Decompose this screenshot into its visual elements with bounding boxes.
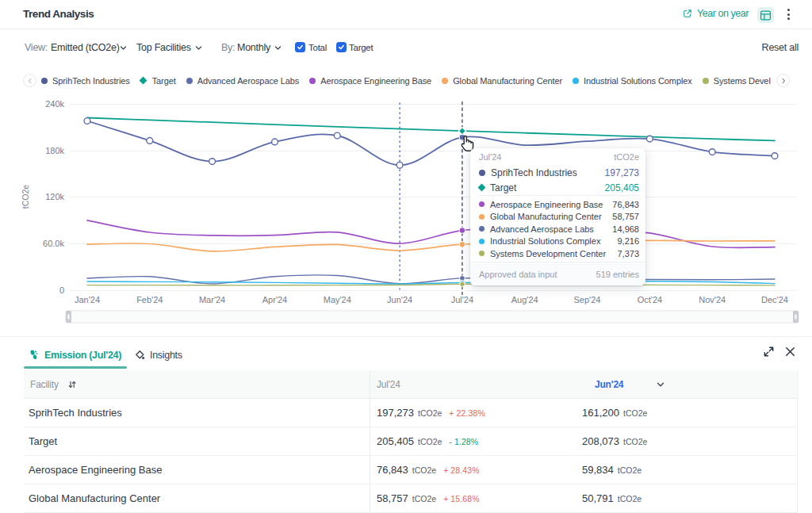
svg-text:Jul'24: Jul'24 — [451, 295, 473, 304]
svg-text:Jun'24: Jun'24 — [387, 295, 412, 304]
svg-text:180k: 180k — [45, 146, 64, 155]
svg-text:Aug'24: Aug'24 — [511, 295, 538, 304]
svg-text:Oct'24: Oct'24 — [638, 295, 662, 304]
svg-text:May'24: May'24 — [324, 295, 351, 304]
svg-text:Mar'24: Mar'24 — [199, 295, 225, 304]
svg-text:Sep'24: Sep'24 — [574, 295, 601, 304]
svg-text:120k: 120k — [45, 192, 64, 201]
svg-text:Apr'24: Apr'24 — [262, 295, 287, 304]
svg-text:Feb'24: Feb'24 — [136, 295, 163, 304]
svg-text:tCO2e: tCO2e — [21, 185, 30, 209]
svg-text:60.0k: 60.0k — [43, 239, 64, 248]
svg-text:0: 0 — [59, 285, 64, 295]
svg-text:Nov'24: Nov'24 — [699, 295, 726, 304]
svg-text:Jan'24: Jan'24 — [75, 295, 100, 304]
svg-text:240k: 240k — [45, 99, 64, 109]
svg-text:Dec'24: Dec'24 — [761, 295, 788, 304]
